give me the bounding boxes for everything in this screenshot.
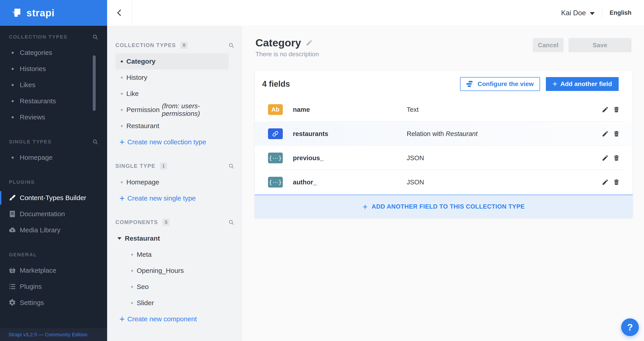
subnav-section-items: Homepage	[107, 174, 242, 190]
sidebar-item-media-library[interactable]: Media Library	[0, 222, 107, 238]
sidebar-item-categories[interactable]: Categories	[0, 44, 107, 61]
user-menu[interactable]: Kai Doe	[561, 9, 595, 17]
edit-title-icon[interactable]	[306, 39, 313, 46]
page-title: Category	[256, 36, 301, 49]
delete-field-icon[interactable]	[613, 178, 620, 186]
subnav-item-meta[interactable]: Meta	[116, 246, 228, 262]
sidebar-item-histories[interactable]: Histories	[0, 61, 107, 77]
content-types-subnav: COLLECTION TYPES8CategoryHistoryLikePerm…	[107, 26, 242, 341]
delete-field-icon[interactable]	[613, 130, 620, 137]
fields-card-header: 4 fields Configure the view Add another …	[255, 70, 632, 98]
subnav-item-label: Like	[126, 90, 139, 98]
sidebar-section-items: Content-Types BuilderDocumentationMedia …	[0, 190, 107, 238]
sidebar-item-label: Marketplace	[20, 266, 56, 274]
delete-field-icon[interactable]	[613, 154, 620, 162]
fields-list: AbnameTextrestaurantsRelation with Resta…	[255, 98, 632, 194]
add-field-button[interactable]: Add another field	[546, 77, 619, 91]
subnav-item-homepage[interactable]: Homepage	[116, 174, 228, 190]
field-type-json-icon: {⋯}	[268, 177, 283, 188]
version-link[interactable]: Strapi v3.2.5 — Community Edition	[0, 328, 107, 341]
delete-field-icon[interactable]	[613, 106, 620, 113]
count-badge: 5	[162, 219, 170, 226]
edit-field-icon[interactable]	[602, 106, 609, 113]
bullet-icon	[12, 52, 14, 54]
field-name: restaurants	[293, 130, 328, 138]
search-icon[interactable]	[228, 42, 234, 48]
sidebar-item-likes[interactable]: Likes	[0, 77, 107, 93]
save-button[interactable]: Save	[568, 38, 632, 52]
field-row-author: {⋯}author_JSON	[255, 170, 632, 194]
back-button[interactable]	[107, 0, 132, 25]
sidebar-item-label: Media Library	[20, 226, 60, 234]
subnav-item-history[interactable]: History	[116, 70, 228, 86]
sidebar-item-plugins[interactable]: Plugins	[0, 278, 107, 294]
subnav-section-items: RestaurantMetaOpening_HoursSeoSlider	[107, 230, 242, 311]
sidebar-section-title: SINGLE TYPES	[9, 139, 52, 145]
field-row-restaurants: restaurantsRelation with Restaurant	[255, 122, 632, 146]
search-icon[interactable]	[92, 139, 98, 145]
locale-switcher[interactable]: English	[610, 10, 632, 16]
action-create-new-single-type[interactable]: Create new single type	[120, 190, 242, 206]
sidebar-item-marketplace[interactable]: Marketplace	[0, 262, 107, 278]
subnav-item-slider[interactable]: Slider	[116, 295, 228, 311]
search-icon[interactable]	[228, 219, 234, 225]
sidebar-section-items: MarketplacePluginsSettings	[0, 262, 107, 311]
subnav-item-category[interactable]: Category	[116, 53, 228, 70]
sidebar-item-settings[interactable]: Settings	[0, 294, 107, 311]
sidebar-item-reviews[interactable]: Reviews	[0, 109, 107, 125]
plus-icon	[120, 138, 124, 146]
plus-icon	[362, 202, 368, 211]
subnav-item-seo[interactable]: Seo	[116, 279, 228, 295]
basket-icon	[8, 266, 16, 274]
search-icon[interactable]	[92, 34, 98, 40]
subnav-item-label: Opening_Hours	[137, 267, 184, 274]
field-type-text-icon: Ab	[268, 104, 283, 115]
edit-field-icon[interactable]	[602, 154, 609, 162]
sidebar-item-label: Likes	[20, 81, 36, 89]
strapi-logo[interactable]: strapi	[0, 0, 107, 26]
subnav-item-opening-hours[interactable]: Opening_Hours	[116, 262, 228, 279]
subnav-item-permission[interactable]: Permission(from: users-permissions)	[116, 102, 228, 118]
sidebar-item-content-types-builder[interactable]: Content-Types Builder	[0, 190, 107, 206]
count-badge: 8	[180, 42, 188, 49]
sidebar-item-label: Homepage	[20, 154, 53, 161]
gear-icon	[8, 299, 16, 306]
action-create-new-component[interactable]: Create new component	[120, 311, 242, 327]
bullet-icon	[12, 68, 14, 70]
sidebar-item-documentation[interactable]: Documentation	[0, 206, 107, 222]
sidebar-item-restaurants[interactable]: Restaurants	[0, 93, 107, 109]
add-field-footer-label: ADD ANOTHER FIELD TO THIS COLLECTION TYP…	[372, 203, 525, 210]
help-button[interactable]: ?	[621, 318, 639, 336]
cancel-button[interactable]: Cancel	[533, 38, 564, 52]
field-row-name: AbnameText	[255, 98, 632, 122]
field-name: author_	[293, 178, 316, 186]
chevron-down-icon	[590, 12, 595, 15]
field-name: previous_	[293, 154, 324, 162]
search-icon[interactable]	[228, 163, 234, 169]
subnav-item-restaurant[interactable]: Restaurant	[116, 230, 228, 246]
list-icon	[8, 283, 16, 290]
sidebar-item-homepage[interactable]: Homepage	[0, 150, 107, 166]
subnav-item-label: Permission	[126, 106, 160, 114]
field-type-json-icon: {⋯}	[268, 152, 283, 163]
topbar-divider	[602, 8, 602, 18]
subnav-item-like[interactable]: Like	[116, 86, 228, 102]
sidebar-section-header-collection-types: COLLECTION TYPES	[0, 31, 107, 43]
strapi-logo-text: strapi	[26, 8, 55, 18]
subnav-item-note: (from: users-permissions)	[162, 102, 228, 118]
sidebar-item-label: Documentation	[20, 210, 65, 218]
add-field-footer-button[interactable]: ADD ANOTHER FIELD TO THIS COLLECTION TYP…	[255, 194, 632, 218]
sidebar-section-title: PLUGINS	[9, 179, 35, 185]
action-create-new-collection-type[interactable]: Create new collection type	[120, 134, 242, 150]
sidebar-section-header-general: GENERAL	[0, 249, 107, 261]
caret-down-icon	[118, 237, 122, 240]
sidebar-scrollbar-thumb[interactable]	[93, 55, 96, 111]
subnav-item-label: Meta	[137, 251, 152, 258]
bullet-icon	[12, 156, 14, 159]
action-label: Create new component	[127, 315, 197, 323]
book-icon	[8, 210, 16, 218]
edit-field-icon[interactable]	[602, 130, 609, 137]
configure-view-button[interactable]: Configure the view	[460, 77, 540, 91]
subnav-item-restaurant[interactable]: Restaurant	[116, 118, 228, 134]
edit-field-icon[interactable]	[602, 178, 609, 186]
